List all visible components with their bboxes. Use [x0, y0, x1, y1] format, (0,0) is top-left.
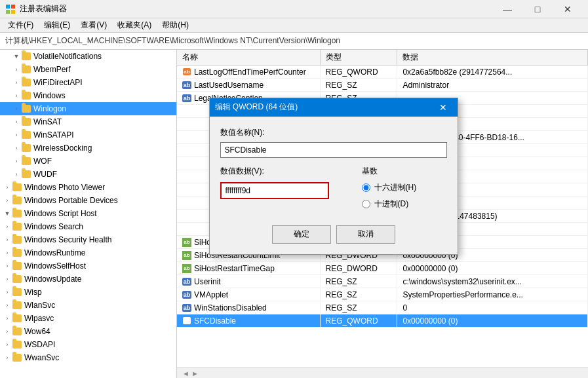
tree-item-WindowsSecurityHealth[interactable]: ›Windows Security Health	[0, 233, 176, 246]
tree-item-WinSATAPI[interactable]: ›WinSATAPI	[0, 128, 176, 142]
menu-edit[interactable]: 编辑(E)	[39, 18, 75, 32]
reg-icon: ab	[182, 303, 191, 312]
tree-item-label: WinSATAPI	[33, 130, 74, 140]
tree-expand-icon: ›	[12, 145, 21, 151]
close-button[interactable]: ✕	[553, 0, 583, 18]
radio-hex-label[interactable]: 十六进制(H)	[362, 182, 447, 193]
reg-name: LastLogOffEndTimePerfCounter	[194, 67, 306, 77]
tree-item-WinSAT[interactable]: ›WinSAT	[0, 115, 176, 128]
reg-type: REG_QWORD	[320, 66, 397, 79]
reg-data: 0x2a6a5fbb82e (2914772564...	[397, 66, 588, 79]
tree-item-WirelessDocking[interactable]: ›WirelessDocking	[0, 142, 176, 155]
address-bar: 计算机\HKEY_LOCAL_MACHINE\SOFTWARE\Microsof…	[0, 33, 588, 50]
tree-item-VolatileNotifications[interactable]: ▼VolatileNotifications	[0, 50, 176, 63]
reg-name: SiHostRestartTimeGap	[194, 264, 275, 273]
folder-icon	[21, 77, 31, 88]
tree-item-WwanSvc[interactable]: ›WwanSvc	[0, 351, 176, 364]
tree-item-label: WindowsSelfHost	[24, 261, 86, 271]
folder-icon	[21, 156, 31, 166]
tree-expand-icon: ›	[3, 223, 12, 230]
folder-icon	[21, 169, 31, 180]
radio-hex[interactable]	[362, 183, 370, 192]
menu-help[interactable]: 帮助(H)	[157, 18, 194, 32]
menu-view[interactable]: 查看(V)	[75, 18, 112, 32]
table-row[interactable]: abUserinitREG_SZc:\windows\system32\user…	[177, 275, 588, 288]
name-input[interactable]	[220, 142, 447, 158]
tree-expand-icon: ›	[3, 250, 12, 256]
dialog-close-button[interactable]: ✕	[434, 98, 452, 117]
tree-item-Winlogon[interactable]: ›Winlogon	[0, 102, 176, 115]
tree-item-WSDAPI[interactable]: ›WSDAPI	[0, 338, 176, 351]
tree-item-WindowsUpdate[interactable]: ›WindowsUpdate	[0, 273, 176, 286]
table-row[interactable]: abLastLogOffEndTimePerfCounterREG_QWORD0…	[177, 66, 588, 79]
tree-item-WindowsSearch[interactable]: ›Windows Search	[0, 220, 176, 233]
data-label: 数值数据(V):	[220, 166, 351, 177]
radio-dec-text: 十进制(D)	[374, 198, 409, 210]
tree-item-label: Wow64	[24, 327, 50, 336]
tree-item-label: Windows	[33, 91, 66, 100]
tree-item-WUDF[interactable]: ›WUDF	[0, 168, 176, 181]
tree-item-label: Wlpasvc	[24, 314, 54, 323]
tree-item-WOF[interactable]: ›WOF	[0, 155, 176, 168]
col-type[interactable]: 类型	[320, 50, 397, 66]
tree-item-Wisp[interactable]: ›Wisp	[0, 286, 176, 299]
menu-favorites[interactable]: 收藏夹(A)	[112, 18, 157, 32]
folder-icon	[12, 248, 22, 258]
radio-dec-label[interactable]: 十进制(D)	[362, 198, 447, 210]
folder-icon	[12, 287, 22, 297]
tree-expand-icon: ▼	[12, 53, 21, 60]
tree-item-WiFiDirectAPI[interactable]: ›WiFiDirectAPI	[0, 76, 176, 89]
tree-expand-icon: ›	[12, 105, 21, 112]
tree-item-WindowsPhotoViewer[interactable]: ›Windows Photo Viewer	[0, 181, 176, 194]
tree-item-label: WbemPerf	[33, 65, 71, 74]
ok-button[interactable]: 确定	[272, 225, 331, 244]
tree-expand-icon: ›	[3, 328, 12, 335]
tree-item-WindowsRuntime[interactable]: ›WindowsRuntime	[0, 246, 176, 259]
horizontal-scrollbar[interactable]: ◄ ►	[177, 368, 588, 378]
title-bar: 注册表编辑器 — □ ✕	[0, 0, 588, 18]
table-row[interactable]: abWinStationsDisabledREG_SZ0	[177, 301, 588, 314]
reg-icon: ab	[182, 264, 191, 273]
table-row[interactable]: abLastUsedUsernameREG_SZAdministrator	[177, 79, 588, 92]
reg-icon: ab	[182, 94, 191, 103]
cancel-button[interactable]: 取消	[336, 225, 395, 244]
tree-expand-icon: ›	[12, 66, 21, 73]
tree-item-Wlpasvc[interactable]: ›Wlpasvc	[0, 312, 176, 325]
window-title: 注册表编辑器	[20, 3, 492, 14]
maximize-button[interactable]: □	[522, 0, 553, 18]
tree-expand-icon: ›	[12, 92, 21, 99]
folder-icon	[21, 90, 31, 101]
col-data[interactable]: 数据	[397, 50, 588, 66]
data-input[interactable]	[220, 182, 329, 199]
folder-icon	[21, 64, 31, 75]
reg-name: VMApplet	[194, 290, 228, 299]
table-row[interactable]: abSiHostRestartTimeGapREG_DWORD0x0000000…	[177, 262, 588, 275]
tree-item-label: WinSAT	[33, 117, 62, 126]
tree-expand-icon: ›	[12, 79, 21, 86]
reg-name-cell: abUserinit	[182, 277, 315, 286]
tree-item-WlanSvc[interactable]: ›WlanSvc	[0, 299, 176, 312]
tree-item-label: WiFiDirectAPI	[33, 78, 83, 87]
folder-icon	[12, 274, 22, 284]
tree-item-WindowsPortableDevices[interactable]: ›Windows Portable Devices	[0, 194, 176, 207]
tree-item-WindowsScriptHost[interactable]: ▼Windows Script Host	[0, 207, 176, 220]
table-row[interactable]: abVMAppletREG_SZSystemPropertiesPerforma…	[177, 288, 588, 301]
table-row[interactable]: abSFCDisableREG_QWORD0x00000000 (0)	[177, 314, 588, 328]
reg-name: LastUsedUsername	[194, 81, 264, 90]
col-name[interactable]: 名称	[177, 50, 320, 66]
radio-dec[interactable]	[362, 200, 370, 208]
reg-name-cell: abWinStationsDisabled	[182, 303, 315, 312]
minimize-button[interactable]: —	[492, 0, 522, 18]
folder-icon	[12, 221, 22, 232]
tree-item-Wow64[interactable]: ›Wow64	[0, 325, 176, 338]
tree-item-label: WirelessDocking	[33, 143, 92, 153]
tree-item-WindowsSelfHost[interactable]: ›WindowsSelfHost	[0, 259, 176, 273]
svg-rect-3	[11, 10, 15, 14]
menu-file[interactable]: 文件(F)	[3, 18, 39, 32]
tree-item-WbemPerf[interactable]: ›WbemPerf	[0, 63, 176, 76]
tree-expand-icon: ▼	[3, 210, 12, 217]
dialog-body: 数值名称(N): 数值数据(V): 基数 十六进制(H)	[210, 117, 458, 254]
reg-name-cell: abLastLogOffEndTimePerfCounter	[182, 67, 315, 77]
reg-icon: ab	[182, 316, 191, 326]
tree-item-Windows[interactable]: ›Windows	[0, 89, 176, 102]
